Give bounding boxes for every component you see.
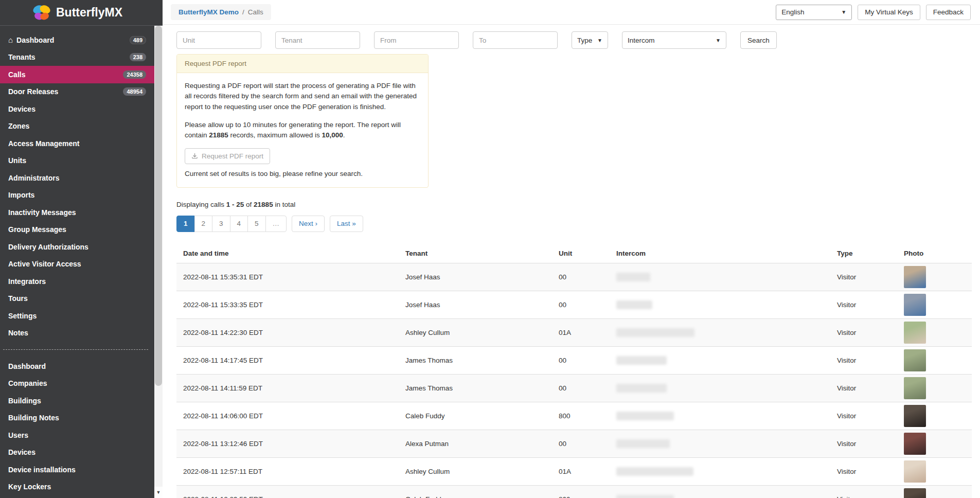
unit-filter-input[interactable]: [176, 31, 261, 49]
sidebar-item-delivery-authorizations[interactable]: Delivery Authorizations: [0, 238, 154, 256]
next-page-button[interactable]: Next ›: [292, 216, 325, 232]
chevron-down-icon: ▼: [716, 38, 721, 43]
call-photo-thumbnail[interactable]: [904, 266, 926, 288]
call-type: Visitor: [830, 374, 897, 402]
request-pdf-panel: Request PDF report Requesting a PDF repo…: [176, 54, 429, 188]
from-date-input[interactable]: [374, 31, 459, 49]
sidebar-item-settings[interactable]: Settings: [0, 307, 154, 325]
intercom-select-value: Intercom: [628, 37, 655, 44]
sidebar-item-label: Devices: [8, 105, 146, 113]
column-header-tenant: Tenant: [399, 245, 552, 263]
sidebar-item-access-management[interactable]: Access Management: [0, 135, 154, 152]
tenant-filter-input[interactable]: [275, 31, 360, 49]
call-photo-thumbnail[interactable]: [904, 294, 926, 316]
call-photo-thumbnail[interactable]: [904, 460, 926, 483]
column-header-photo: Photo: [897, 245, 972, 263]
sidebar-scrollbar-thumb[interactable]: [155, 26, 162, 386]
sidebar-item-label: Device installations: [8, 466, 146, 474]
call-photo-cell: [897, 485, 972, 498]
call-photo-thumbnail[interactable]: [904, 322, 926, 344]
my-virtual-keys-button[interactable]: My Virtual Keys: [858, 5, 920, 20]
call-type: Visitor: [830, 291, 897, 318]
butterfly-icon: [32, 4, 51, 22]
sidebar-item-inactivity-messages[interactable]: Inactivity Messages: [0, 204, 154, 221]
sidebar-item-key-lockers[interactable]: Key Lockers: [0, 478, 154, 496]
call-intercom: [610, 485, 830, 498]
sidebar-item-label: Settings: [8, 312, 146, 320]
call-type: Visitor: [830, 318, 897, 346]
sidebar-item-companies[interactable]: Companies: [0, 375, 154, 393]
sidebar-item-dashboard[interactable]: Dashboard: [0, 358, 154, 375]
sidebar-item-imports[interactable]: Imports: [0, 187, 154, 204]
sidebar-item-notes[interactable]: Notes: [0, 325, 154, 342]
sidebar-item-label: Buildings: [8, 397, 146, 405]
call-photo-thumbnail[interactable]: [904, 433, 926, 455]
page-button-5[interactable]: 5: [247, 216, 266, 232]
call-photo-thumbnail[interactable]: [904, 377, 926, 399]
sidebar-item-tours[interactable]: Tours: [0, 290, 154, 308]
call-row: 2022-08-11 14:11:59 EDTJames Thomas00Vis…: [176, 374, 972, 402]
column-header-type: Type: [830, 245, 897, 263]
sidebar-item-integrators[interactable]: Integrators: [0, 273, 154, 290]
last-page-button[interactable]: Last »: [330, 216, 363, 232]
intercom-redacted-value: [616, 273, 650, 281]
feedback-button[interactable]: Feedback: [926, 5, 971, 20]
page-button-1[interactable]: 1: [176, 216, 195, 232]
call-intercom: [610, 457, 830, 485]
call-type: Visitor: [830, 346, 897, 374]
sidebar-item-active-visitor-access[interactable]: Active Visitor Access: [0, 256, 154, 273]
sidebar-item-door-releases[interactable]: Door Releases48954: [0, 83, 154, 101]
sidebar-item-administrators[interactable]: Administrators: [0, 169, 154, 187]
column-header-date-and-time: Date and time: [176, 245, 399, 263]
page-button-3[interactable]: 3: [212, 216, 230, 232]
sidebar-item-label: Administrators: [8, 174, 146, 182]
sidebar-item-tenants[interactable]: Tenants238: [0, 49, 154, 66]
call-unit: 01A: [552, 457, 610, 485]
main-area: ButterflyMX Demo / Calls English ▼ My Vi…: [163, 0, 980, 498]
results-range: 1 - 25: [226, 201, 244, 208]
language-select[interactable]: English ▼: [776, 5, 852, 20]
call-datetime: 2022-08-11 14:22:30 EDT: [176, 318, 399, 346]
sidebar-item-building-notes[interactable]: Building Notes: [0, 410, 154, 427]
sidebar-item-units[interactable]: Units: [0, 152, 154, 170]
sidebar-item-dashboard[interactable]: ⌂Dashboard489: [0, 31, 154, 49]
page-button-4[interactable]: 4: [230, 216, 248, 232]
sidebar-item-users[interactable]: Users: [0, 426, 154, 444]
sidebar-scrollbar-track[interactable]: ▼: [154, 26, 163, 498]
content-area: Type ▼ Intercom ▼ Search Request PDF rep…: [163, 25, 980, 498]
sidebar-item-buildings[interactable]: Buildings: [0, 392, 154, 410]
sidebar-item-calls[interactable]: Calls24358: [0, 66, 154, 83]
call-row: 2022-08-11 14:17:45 EDTJames Thomas00Vis…: [176, 346, 972, 374]
call-unit: 00: [552, 291, 610, 318]
call-photo-thumbnail[interactable]: [904, 405, 926, 427]
results-summary: Displaying calls 1 - 25 of 21885 in tota…: [176, 201, 972, 208]
column-header-intercom: Intercom: [610, 245, 830, 263]
to-date-input[interactable]: [473, 31, 558, 49]
search-button[interactable]: Search: [740, 31, 777, 49]
call-tenant: Caleb Fuddy: [399, 485, 552, 498]
sidebar-item-label: Tours: [8, 294, 146, 303]
breadcrumb-link-building[interactable]: ButterflyMX Demo: [179, 8, 239, 16]
sidebar-item-devices[interactable]: Devices: [0, 444, 154, 461]
sidebar-scrollbar-down-arrow-icon[interactable]: ▼: [154, 487, 163, 498]
call-datetime: 2022-08-11 14:11:59 EDT: [176, 374, 399, 402]
sidebar-item-devices[interactable]: Devices: [0, 100, 154, 118]
call-datetime: 2022-08-11 15:35:31 EDT: [176, 263, 399, 291]
sidebar-item-zones[interactable]: Zones: [0, 118, 154, 135]
call-photo-thumbnail[interactable]: [904, 488, 926, 498]
call-photo-cell: [897, 430, 972, 457]
type-select[interactable]: Type ▼: [572, 31, 608, 49]
sidebar-item-group-messages[interactable]: Group Messages: [0, 221, 154, 239]
page-button-2[interactable]: 2: [194, 216, 213, 232]
download-icon: [191, 153, 198, 159]
sidebar-item-device-installations[interactable]: Device installations: [0, 461, 154, 478]
call-row: 2022-08-11 15:35:31 EDTJosef Haas00Visit…: [176, 263, 972, 291]
request-pdf-report-button[interactable]: Request PDF report: [185, 148, 270, 164]
intercom-select[interactable]: Intercom ▼: [622, 31, 726, 49]
call-intercom: [610, 291, 830, 318]
butterflymx-logo[interactable]: ButterflyMX: [0, 0, 163, 26]
column-header-unit: Unit: [552, 245, 610, 263]
call-tenant: Josef Haas: [399, 291, 552, 318]
call-unit: 00: [552, 263, 610, 291]
call-photo-thumbnail[interactable]: [904, 349, 926, 371]
